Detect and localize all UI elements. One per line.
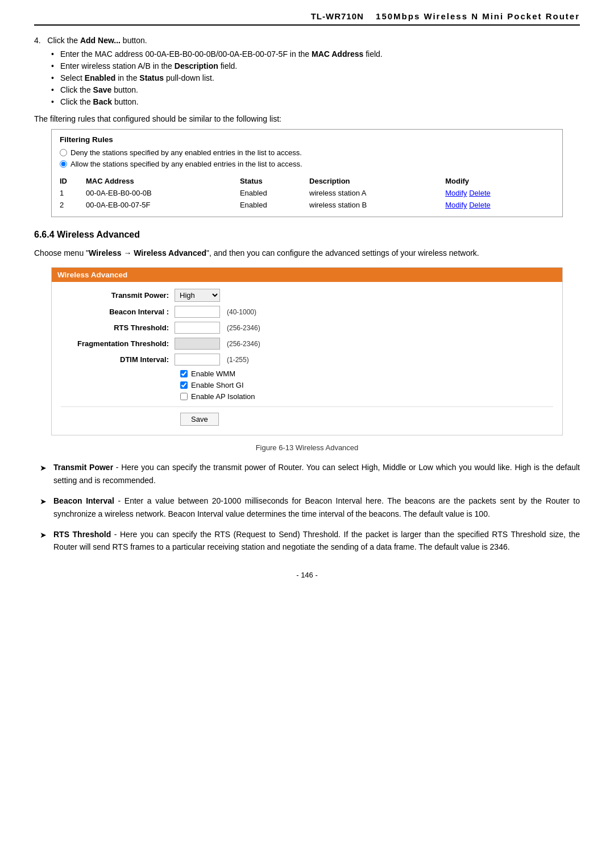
rts-threshold-label: RTS Threshold: <box>61 323 175 332</box>
col-id: ID <box>60 175 86 187</box>
wireless-advanced-body: Transmit Power: High Middle Low Beacon I… <box>52 282 562 435</box>
transmit-power-row: Transmit Power: High Middle Low <box>61 289 553 302</box>
arrow-icon-1: ➤ <box>40 462 49 487</box>
header-title: TL-WR710N 150Mbps Wireless N Mini Pocket… <box>311 11 580 21</box>
dtim-interval-row: DTIM Interval: 1 (1-255) <box>61 354 553 366</box>
modify-link[interactable]: Modify <box>445 189 467 197</box>
cell-description: wireless station A <box>309 187 445 199</box>
dtim-interval-group: 1 (1-255) <box>175 354 249 366</box>
enable-ap-isolation-checkbox[interactable] <box>180 393 188 400</box>
filtering-rules-box: Filtering Rules Deny the stations specif… <box>51 129 563 217</box>
filter-intro: The filtering rules that configured shou… <box>34 114 580 123</box>
cell-description: wireless station B <box>309 199 445 211</box>
save-row: Save <box>180 413 553 426</box>
bullet-back: Click the Back button. <box>51 97 580 106</box>
cell-id: 2 <box>60 199 86 211</box>
desc-transmit-power-content: Transmit Power - Here you can specify th… <box>53 461 580 487</box>
enable-short-gi-checkbox[interactable] <box>180 381 188 389</box>
rts-threshold-group: 2346 (256-2346) <box>175 322 260 334</box>
figure-caption: Figure 6-13 Wireless Advanced <box>34 443 580 452</box>
dtim-interval-hint: (1-255) <box>227 356 249 364</box>
enable-wmm-checkbox[interactable] <box>180 370 188 377</box>
bullet-save: Click the Save button. <box>51 85 580 94</box>
cell-id: 1 <box>60 187 86 199</box>
cell-status: Enabled <box>240 187 309 199</box>
radio-allow-row: Allow the stations specified by any enab… <box>60 160 554 168</box>
radio-deny-label: Deny the stations specified by any enabl… <box>70 148 302 157</box>
page-header: TL-WR710N 150Mbps Wireless N Mini Pocket… <box>34 11 580 26</box>
beacon-interval-hint: (40-1000) <box>227 308 256 316</box>
beacon-interval-input[interactable]: 100 <box>175 306 220 318</box>
frag-threshold-row: Fragmentation Threshold: 2346 (256-2346) <box>61 338 553 350</box>
delete-link[interactable]: Delete <box>469 201 491 209</box>
enable-ap-isolation-label: Enable AP Isolation <box>191 392 255 401</box>
step-4: 4. Click the Add New... button. Enter th… <box>34 36 580 106</box>
desc-beacon-interval: ➤ Beacon Interval - Enter a value betwee… <box>40 495 580 520</box>
col-status: Status <box>240 175 309 187</box>
cell-mac: 00-0A-EB-00-07-5F <box>86 199 240 211</box>
wireless-advanced-box: Wireless Advanced Transmit Power: High M… <box>51 267 563 435</box>
modify-link[interactable]: Modify <box>445 201 467 209</box>
beacon-interval-row: Beacon Interval : 100 (40-1000) <box>61 306 553 318</box>
rts-threshold-input[interactable]: 2346 <box>175 322 220 334</box>
arrow-icon-3: ➤ <box>40 529 49 554</box>
enable-wmm-label: Enable WMM <box>191 369 235 378</box>
table-row: 200-0A-EB-00-07-5FEnabledwireless statio… <box>60 199 554 211</box>
frag-threshold-label: Fragmentation Threshold: <box>61 339 175 348</box>
transmit-power-select[interactable]: High Middle Low <box>175 289 220 302</box>
wireless-advanced-header: Wireless Advanced <box>52 268 562 282</box>
desc-beacon-interval-content: Beacon Interval - Enter a value between … <box>53 495 580 520</box>
bullet-status: Select Enabled in the Status pull-down l… <box>51 73 580 82</box>
filter-table: ID MAC Address Status Description Modify… <box>60 175 554 211</box>
frag-threshold-group: 2346 (256-2346) <box>175 338 260 350</box>
rts-threshold-row: RTS Threshold: 2346 (256-2346) <box>61 322 553 334</box>
desc-transmit-power: ➤ Transmit Power - Here you can specify … <box>40 461 580 487</box>
cell-status: Enabled <box>240 199 309 211</box>
beacon-interval-group: 100 (40-1000) <box>175 306 256 318</box>
radio-allow-label: Allow the stations specified by any enab… <box>70 160 302 168</box>
rts-threshold-hint: (256-2346) <box>227 324 260 332</box>
transmit-power-group: High Middle Low <box>175 289 220 302</box>
cell-modify: Modify Delete <box>445 199 554 211</box>
model-description: 150Mbps Wireless N Mini Pocket Router <box>376 11 580 21</box>
section-664-intro: Choose menu "Wireless → Wireless Advance… <box>34 247 580 259</box>
enable-short-gi-label: Enable Short GI <box>191 381 244 389</box>
bullet-mac: Enter the MAC address 00-0A-EB-B0-00-0B/… <box>51 49 580 59</box>
desc-rts-threshold: ➤ RTS Threshold - Here you can specify t… <box>40 528 580 554</box>
filtering-rules-title: Filtering Rules <box>60 135 554 144</box>
radio-deny-row: Deny the stations specified by any enabl… <box>60 148 554 157</box>
save-button[interactable]: Save <box>180 413 219 426</box>
frag-threshold-hint: (256-2346) <box>227 340 260 348</box>
col-modify: Modify <box>445 175 554 187</box>
enable-short-gi-row: Enable Short GI <box>180 381 553 389</box>
desc-rts-threshold-content: RTS Threshold - Here you can specify the… <box>53 528 580 554</box>
bullet-description: Enter wireless station A/B in the Descri… <box>51 61 580 70</box>
step-number: 4. Click the Add New... button. <box>34 36 580 45</box>
bullet-list: Enter the MAC address 00-0A-EB-B0-00-0B/… <box>51 49 580 106</box>
cell-modify: Modify Delete <box>445 187 554 199</box>
enable-wmm-row: Enable WMM <box>180 369 553 378</box>
arrow-icon-2: ➤ <box>40 495 49 520</box>
table-row: 100-0A-EB-B0-00-0BEnabledwireless statio… <box>60 187 554 199</box>
frag-threshold-input[interactable]: 2346 <box>175 338 220 350</box>
col-mac: MAC Address <box>86 175 240 187</box>
model-name: TL-WR710N <box>311 11 364 21</box>
radio-allow[interactable] <box>60 160 67 168</box>
section-664-heading: 6.6.4 Wireless Advanced <box>34 230 580 240</box>
beacon-interval-label: Beacon Interval : <box>61 308 175 316</box>
radio-deny[interactable] <box>60 149 67 156</box>
transmit-power-label: Transmit Power: <box>61 291 175 300</box>
delete-link[interactable]: Delete <box>469 189 491 197</box>
descriptions-list: ➤ Transmit Power - Here you can specify … <box>40 461 580 553</box>
page-number: - 146 - <box>34 571 580 579</box>
col-description: Description <box>309 175 445 187</box>
dtim-interval-label: DTIM Interval: <box>61 355 175 364</box>
cell-mac: 00-0A-EB-B0-00-0B <box>86 187 240 199</box>
enable-ap-isolation-row: Enable AP Isolation <box>180 392 553 401</box>
dtim-interval-input[interactable]: 1 <box>175 354 220 366</box>
